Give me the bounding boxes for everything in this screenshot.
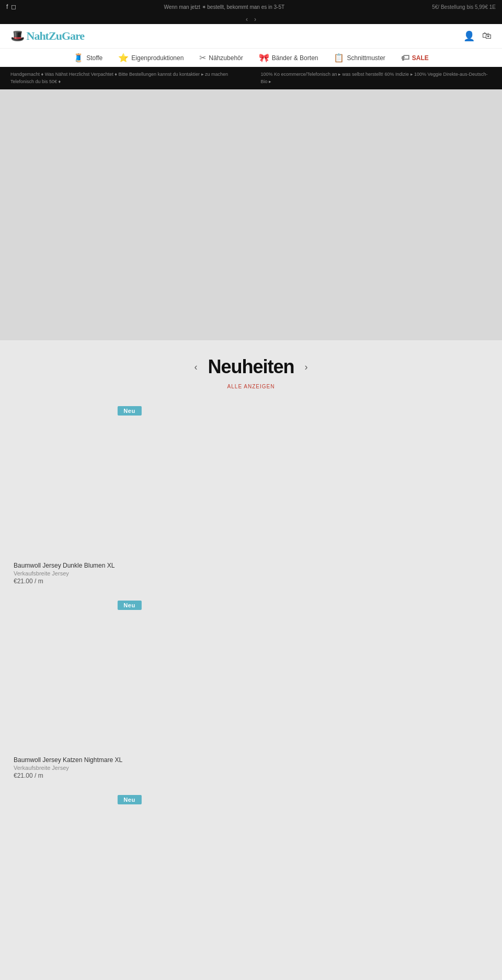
section-header: ‹ Neuheiten › [10,356,492,378]
top-bar-right-text: 5€/ Bestellung bis 5,99€ 1E [432,4,496,10]
top-bar: f ◻ Wenn man jetzt ✶ bestellt, bekommt m… [0,0,502,14]
sale-icon: 🏷 [401,53,409,63]
product-image: Neu [10,790,248,905]
nav-eigenproduktionen-label: Eigenproduktionen [131,54,184,62]
product-card[interactable]: Neu Baumwoll Jersey Katzen Nightmare XL … [10,595,248,785]
top-bar-left: f ◻ [6,3,16,10]
nav-stoffe-label: Stoffe [86,54,102,62]
product-sub: Verkaufsbreite Jersey [14,570,245,577]
product-name: Baumwoll Jersey Katzen Nightmare XL [14,756,245,764]
product-card-placeholder [254,790,492,905]
main-nav: 🧵 Stoffe ⭐ Eigenproduktionen ✂ Nähzubehö… [0,48,502,67]
nav-baender-label: Bänder & Borten [272,54,318,62]
logo-text: NahtZuGare [27,29,85,42]
promo-prev-btn[interactable]: ‹ [246,16,248,23]
product-card[interactable]: Neu [10,790,248,905]
promo-banner: ‹ › [0,14,502,24]
cart-icon[interactable]: 🛍 [482,30,492,42]
product-image: Neu [10,595,248,752]
account-icon[interactable]: 👤 [463,30,475,42]
baender-icon: 🎀 [259,53,269,63]
neu-badge: Neu [117,406,141,416]
logo-hat-icon: 🎩 [10,29,24,42]
product-price: €21.00 / m [14,578,245,585]
products-grid: Neu Baumwoll Jersey Dunkle Blumen XL Ver… [10,401,492,905]
header-icons: 👤 🛍 [463,30,492,42]
promo-next-btn[interactable]: › [254,16,256,23]
nav-schnittmuster-label: Schnittmuster [347,54,385,62]
nav-baender-borten[interactable]: 🎀 Bänder & Borten [259,53,318,63]
nav-sale[interactable]: 🏷 SALE [401,53,429,63]
nav-stoffe[interactable]: 🧵 Stoffe [73,53,102,63]
product-info: Baumwoll Jersey Katzen Nightmare XL Verk… [10,752,248,785]
stoffe-icon: 🧵 [73,53,84,63]
product-price: €21.00 / m [14,772,245,779]
neu-badge: Neu [117,601,141,610]
section-prev-btn[interactable]: ‹ [194,362,197,373]
product-name: Baumwoll Jersey Dunkle Blumen XL [14,562,245,569]
nav-eigenproduktionen[interactable]: ⭐ Eigenproduktionen [118,53,184,63]
info-strip-left: Handgemacht ♦ Was Nähst Herzlichst Verpa… [10,71,242,85]
nav-naehzubehoer-label: Nähzubehör [209,54,243,62]
section-title: Neuheiten [208,356,294,378]
logo[interactable]: 🎩 NahtZuGare [10,29,84,43]
product-info: Baumwoll Jersey Dunkle Blumen XL Verkauf… [10,558,248,590]
nav-sale-label: SALE [412,54,429,62]
social-links[interactable]: f ◻ [6,3,16,10]
alle-anzeigen-link[interactable]: ALLE ANZEIGEN [227,384,275,389]
naehzubehoer-icon: ✂ [199,53,206,63]
product-card-placeholder [254,401,492,590]
nav-schnittmuster[interactable]: 📋 Schnittmuster [334,53,385,63]
product-card-placeholder [254,595,492,785]
info-strip: Handgemacht ♦ Was Nähst Herzlichst Verpa… [0,67,502,89]
instagram-icon[interactable]: ◻ [11,3,16,10]
eigenproduktionen-icon: ⭐ [118,53,129,63]
schnittmuster-icon: 📋 [334,53,344,63]
section-next-btn[interactable]: › [305,362,308,373]
product-image: Neu [10,401,248,558]
neu-badge: Neu [117,795,141,804]
hero-banner [0,89,502,340]
product-sub: Verkaufsbreite Jersey [14,765,245,771]
facebook-icon[interactable]: f [6,3,8,10]
info-strip-right: 100% Ko ecommerce/Telefonisch an ▸ was s… [260,71,492,85]
header: 🎩 NahtZuGare 👤 🛍 [0,24,502,48]
nav-naehzubehoer[interactable]: ✂ Nähzubehör [199,53,243,63]
promo-text: Wenn man jetzt ✶ bestellt, bekommt man e… [16,4,432,10]
alle-anzeigen[interactable]: ALLE ANZEIGEN [10,381,492,390]
product-card[interactable]: Neu Baumwoll Jersey Dunkle Blumen XL Ver… [10,401,248,590]
products-section: ‹ Neuheiten › ALLE ANZEIGEN Neu Baumwoll… [0,340,502,915]
